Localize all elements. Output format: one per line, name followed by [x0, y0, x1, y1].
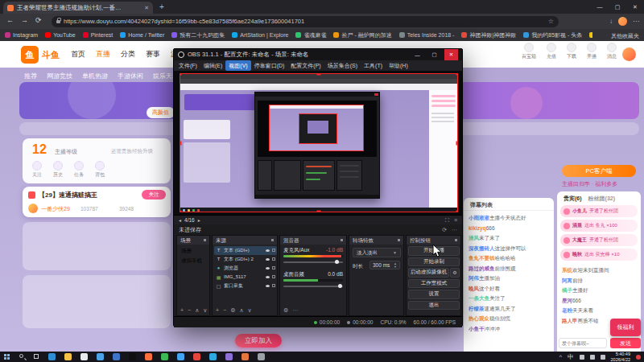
- obs-maximize-button[interactable]: ▢: [427, 49, 441, 60]
- chat-username[interactable]: 路人甲: [562, 318, 578, 323]
- exit-button[interactable]: 退出: [408, 301, 460, 311]
- lock-source-icon[interactable]: [272, 284, 275, 287]
- source-up-icon[interactable]: ∧: [239, 307, 243, 314]
- chat-input[interactable]: [559, 338, 607, 348]
- sources-dock-title[interactable]: 来源: [213, 236, 277, 245]
- bookmark-item[interactable]: ArtStation | Explore: [232, 32, 288, 38]
- taskbar-app-icon[interactable]: [193, 353, 200, 360]
- category-tab[interactable]: 推荐: [24, 72, 37, 80]
- chat-username[interactable]: 星河: [562, 298, 572, 303]
- visibility-eye-icon[interactable]: [266, 276, 270, 278]
- remove-source-icon[interactable]: −: [223, 307, 226, 314]
- lock-source-icon[interactable]: [272, 249, 275, 252]
- task-view-icon[interactable]: [34, 354, 39, 359]
- vip-tab[interactable]: 粉丝团(32): [588, 195, 615, 203]
- obs-menu-item[interactable]: 配置文件(P): [287, 60, 324, 71]
- taskbar-app-icon[interactable]: [225, 353, 233, 360]
- refresh-icon[interactable]: ⟳: [35, 16, 42, 24]
- bookmark-star-icon[interactable]: ☆: [548, 18, 554, 25]
- header-action[interactable]: 开播: [587, 43, 597, 60]
- taskbar-app-icon[interactable]: [48, 353, 56, 360]
- studio-mode-button[interactable]: 工作室模式: [408, 279, 460, 289]
- taskbar-app-icon[interactable]: [80, 353, 88, 360]
- taskbar-app-icon[interactable]: [242, 353, 249, 360]
- taskbar-app-icon[interactable]: [64, 353, 72, 360]
- other-bookmarks[interactable]: 其他收藏夹: [611, 32, 639, 40]
- bookmark-item[interactable]: 神团神殿|神团神殿: [461, 31, 516, 39]
- category-tab[interactable]: 手游休闲: [118, 72, 143, 80]
- chat-username[interactable]: 系统: [562, 267, 572, 273]
- source-item[interactable]: ● 浏览器: [214, 264, 277, 273]
- join-button[interactable]: 立即加入: [235, 334, 282, 348]
- tab-close-icon[interactable]: ✕: [144, 5, 149, 11]
- pc-client-button[interactable]: PC客户端: [562, 165, 636, 177]
- taskbar-app-icon[interactable]: [145, 353, 152, 360]
- category-tab[interactable]: 网游竞技: [47, 72, 72, 80]
- back-icon[interactable]: ←: [6, 16, 14, 24]
- gift-row[interactable]: 清晨 送出 鱼丸 ×100: [560, 220, 638, 232]
- header-action[interactable]: 消息: [607, 43, 617, 60]
- transition-select[interactable]: 淡入淡出 ▼: [353, 248, 401, 257]
- volume-icon[interactable]: [590, 355, 595, 360]
- visibility-eye-icon[interactable]: [266, 285, 270, 287]
- pager-prev-icon[interactable]: ◂: [179, 217, 181, 223]
- lock-source-icon[interactable]: [272, 257, 275, 261]
- streamer-avatar[interactable]: [28, 204, 38, 213]
- scene-up-icon[interactable]: ∧: [195, 307, 199, 314]
- level-shortcut[interactable]: 背包: [95, 161, 105, 179]
- taskbar-search-icon[interactable]: [19, 354, 23, 358]
- mixer-more-icon[interactable]: ⋯: [292, 307, 298, 314]
- banner-pill[interactable]: 高颜值: [147, 107, 175, 118]
- send-button[interactable]: 发送: [610, 338, 641, 348]
- source-item[interactable]: T 文本 (GDI+): [214, 246, 277, 255]
- level-shortcut[interactable]: 关注: [32, 161, 42, 179]
- chat-username[interactable]: 路过的咸鱼: [469, 265, 495, 271]
- bookmark-item[interactable]: Instagram: [5, 32, 38, 38]
- lock-source-icon[interactable]: [272, 275, 275, 278]
- new-tab-button[interactable]: +: [159, 2, 164, 11]
- bookmark-item[interactable]: 我的约85影视 - 头条: [523, 31, 582, 39]
- browser-tab[interactable]: 王者荣耀世界主播违规施助计划,一番… ✕: [3, 2, 153, 14]
- follow-button[interactable]: 关注: [142, 190, 166, 200]
- tray-expand-icon[interactable]: ^: [559, 354, 562, 360]
- transitions-dock-title[interactable]: 转场特效: [349, 236, 403, 245]
- source-item[interactable]: ▦ IMG_5117: [214, 273, 277, 282]
- virtual-camera-settings-icon[interactable]: ⚙: [450, 268, 460, 278]
- bookmark-item[interactable]: 雀魂麻雀: [295, 31, 326, 39]
- selection-handle[interactable]: [317, 211, 321, 213]
- visibility-eye-icon[interactable]: [266, 258, 270, 261]
- category-tab[interactable]: 单机热游: [82, 72, 108, 80]
- bookmark-item[interactable]: 捡尸 - 融炉网的加速: [333, 31, 391, 39]
- duration-spinbox[interactable]: 300 ms ▲▼: [369, 261, 400, 269]
- header-action[interactable]: 充值: [547, 43, 556, 60]
- bookmark-item[interactable]: Pinterest: [83, 32, 114, 38]
- obs-menu-item[interactable]: 视图(V): [225, 60, 250, 71]
- chat-username[interactable]: kikizyq: [469, 225, 486, 231]
- battery-icon[interactable]: [601, 355, 605, 360]
- visibility-eye-icon[interactable]: [266, 249, 270, 252]
- chat-username[interactable]: 柠檬茶: [469, 306, 485, 311]
- douyu-logo-text[interactable]: 斗鱼: [42, 49, 60, 61]
- browser-menu-icon[interactable]: ⋯: [633, 18, 639, 25]
- maximize-button[interactable]: ▢: [609, 0, 626, 14]
- chat-username[interactable]: 老粉: [562, 307, 572, 313]
- streamer-name[interactable]: 一番少侠29: [41, 205, 70, 213]
- dock-pin-icon[interactable]: [204, 239, 206, 241]
- selection-handle[interactable]: [180, 211, 182, 213]
- dock-pin-icon[interactable]: [271, 239, 274, 241]
- gift-row[interactable]: 小鱼儿 开通了粉丝团: [560, 205, 638, 217]
- nav-item[interactable]: 直播: [96, 49, 110, 60]
- douyu-logo-icon[interactable]: 鱼: [21, 46, 39, 64]
- pager-next-icon[interactable]: ▸: [198, 217, 200, 223]
- selection-handle[interactable]: [180, 141, 182, 145]
- address-bar[interactable]: https://www.douyu.com/40424027dyshid=16f…: [52, 16, 559, 27]
- chat-username[interactable]: 阿伟: [469, 275, 479, 281]
- refresh-dock-icon[interactable]: ⟳: [442, 227, 447, 233]
- source-down-icon[interactable]: ∨: [248, 307, 252, 314]
- selection-handle[interactable]: [317, 73, 321, 76]
- bookmark-item[interactable]: Teles Inside 2018 -: [399, 32, 455, 38]
- minimize-button[interactable]: —: [591, 0, 609, 14]
- nav-item[interactable]: 首页: [71, 49, 85, 60]
- chat-username[interactable]: 小鱼干: [469, 326, 485, 331]
- scene-down-icon[interactable]: ∨: [203, 307, 207, 314]
